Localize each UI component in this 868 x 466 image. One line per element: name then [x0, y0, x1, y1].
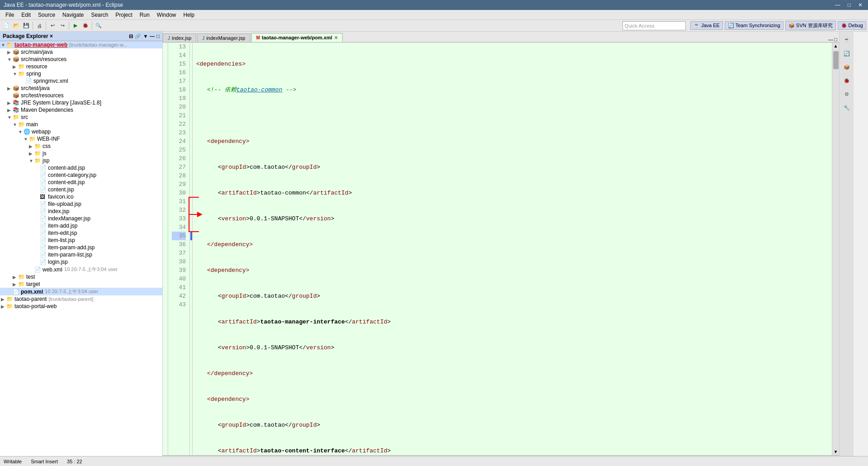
status-bar: Writable Smart Insert 35 : 22 [0, 456, 868, 466]
perspective-team-sync[interactable]: 🔄 Team Synchronizing [725, 21, 783, 30]
toolbar-new[interactable]: 📄 [2, 21, 11, 30]
tree-item-item-param-add[interactable]: ▶📄item-param-add.jsp [0, 244, 162, 251]
status-position: 35 : 22 [67, 459, 82, 464]
code-line-18: <artifactId>taotao-common</artifactId> [196, 189, 828, 197]
tree-item-indexmanager-jsp[interactable]: ▶📄indexManager.jsp [0, 215, 162, 222]
editor-maximize-icon[interactable]: □ [834, 37, 837, 42]
tree-item-content-category[interactable]: ▶📄content-category.jsp [0, 171, 162, 179]
menu-help[interactable]: Help [180, 11, 198, 19]
menu-source[interactable]: Source [34, 11, 59, 19]
perspective-svn[interactable]: 📦 SVN 资源库研究 [785, 21, 836, 30]
tree-item-src-test-resources[interactable]: ▶ 📦 src/test/resources [0, 92, 162, 99]
tree-item-taotao-parent[interactable]: ▶ 📁 taotao-parent [trunk/taotao-parent] [0, 295, 162, 303]
code-line-21: <dependency> [196, 266, 828, 275]
tree-item-favicon[interactable]: ▶🖼favicon.ico [0, 193, 162, 200]
scroll-down-btn[interactable]: ▼ [833, 448, 839, 455]
persp-icon-3[interactable]: 📦 [840, 61, 853, 73]
tree-item-taotao-portal-web[interactable]: ▶ 📁 taotao-portal-web [0, 303, 162, 310]
tab-pom-xml[interactable]: M taotao-manager-web/pom.xml ✕ [251, 33, 343, 42]
collapse-all-icon[interactable]: ⊟ [129, 33, 133, 39]
package-explorer-title: Package Explorer × [3, 33, 53, 39]
maximize-view-icon[interactable]: □ [156, 33, 160, 39]
minimize-button[interactable]: — [833, 2, 842, 8]
tree-item-item-add[interactable]: ▶📄item-add.jsp [0, 222, 162, 229]
tree-item-maven-dep[interactable]: ▶ 📚 Maven Dependencies [0, 106, 162, 114]
status-writable: Writable [4, 459, 22, 464]
tree-item-index-jsp[interactable]: ▶📄index.jsp [0, 208, 162, 215]
toolbar-search[interactable]: 🔍 [94, 21, 103, 30]
scroll-up-btn[interactable]: ▲ [833, 43, 839, 49]
toolbar-redo[interactable]: ↪ [58, 21, 67, 30]
toolbar: 📄 📂 💾 🖨 ↩ ↪ ▶ 🐞 🔍 Quick Access ☕ Java EE… [0, 20, 868, 32]
menu-window[interactable]: Window [153, 11, 180, 19]
quick-access-box[interactable]: Quick Access [623, 21, 686, 30]
tree-item-jsp[interactable]: ▼ 📁 jsp [0, 157, 162, 164]
toolbar-debug[interactable]: 🐞 [81, 21, 90, 30]
tree-item-src-test-java[interactable]: ▶ 📦 src/test/java [0, 85, 162, 92]
tree-item-src-main-resources[interactable]: ▼ 📦 src/main/resources [0, 56, 162, 63]
tree-item-login[interactable]: ▶📄login.jsp [0, 258, 162, 266]
editor-minimize-icon[interactable]: — [828, 37, 833, 42]
tree-item-pom-xml[interactable]: ▶ 📄 pom.xml 10 20-7-5 上午3:04 user [0, 288, 162, 295]
code-line-16: <dependency> [196, 137, 828, 146]
minimize-view-icon[interactable]: — [150, 33, 155, 39]
toolbar-undo[interactable]: ↩ [48, 21, 57, 30]
tree-item-spring[interactable]: ▼ 📁 spring [0, 70, 162, 77]
menu-file[interactable]: File [2, 11, 18, 19]
tree-item-content-add[interactable]: ▶📄content-add.jsp [0, 164, 162, 171]
left-panel: Package Explorer × ⊟ 🔗 ▼ — □ ▼ 📁 taotao-… [0, 32, 163, 466]
tree-item-file-upload[interactable]: ▶📄file-upload.jsp [0, 200, 162, 208]
tab-index-jsp[interactable]: J index.jsp [163, 33, 196, 42]
tree-item-resource[interactable]: ▶ 📁 resource [0, 63, 162, 70]
tree-item-test[interactable]: ▶📁test [0, 273, 162, 281]
code-line-20: </dependency> [196, 240, 828, 249]
perspective-java-ee[interactable]: ☕ Java EE [690, 21, 723, 30]
editor-scrollbar[interactable]: ▲ ▼ [832, 43, 839, 455]
link-editor-icon[interactable]: 🔗 [135, 33, 141, 39]
tree-item-webinf[interactable]: ▼ 📁 WEB-INF [0, 135, 162, 143]
tree-item-css[interactable]: ▶ 📁 css [0, 143, 162, 150]
menu-project[interactable]: Project [112, 11, 136, 19]
toolbar-print[interactable]: 🖨 [35, 21, 44, 30]
tree-item-target[interactable]: ▶📁target [0, 281, 162, 288]
code-line-24: <version>0.0.1-SNAPSHOT</version> [196, 343, 828, 352]
blue-marker-bar [190, 43, 193, 455]
tree-item-content-edit[interactable]: ▶📄content-edit.jsp [0, 179, 162, 186]
tab-icon-indexmanager: J [202, 36, 204, 41]
tab-indexmanager-jsp[interactable]: J indexManager.jsp [197, 33, 250, 42]
perspective-debug[interactable]: 🐞 Debug [838, 21, 866, 30]
tree-item-web-xml[interactable]: ▶📄web.xml10 20-7-5 上午3:04 user [0, 266, 162, 273]
tree-item-jre-system[interactable]: ▶ 📚 JRE System Library [JavaSE-1.8] [0, 99, 162, 106]
tab-close-pom[interactable]: ✕ [334, 35, 338, 40]
menu-run[interactable]: Run [136, 11, 153, 19]
quick-access-label: Quick Access [625, 23, 655, 29]
tree-item-webapp[interactable]: ▼ 🌐 webapp [0, 128, 162, 135]
menu-navigate[interactable]: Navigate [59, 11, 87, 19]
code-content[interactable]: <dependencies> <!-- 依赖taotao-common --> … [193, 43, 832, 455]
tree-item-js[interactable]: ▶ 📁 js [0, 150, 162, 157]
close-button[interactable]: ✕ [856, 2, 864, 8]
tree-item-src-main-java[interactable]: ▶ 📦 src/main/java [0, 48, 162, 56]
tree-item-item-list[interactable]: ▶📄item-list.jsp [0, 237, 162, 244]
persp-icon-4[interactable]: 🐞 [840, 74, 853, 87]
toolbar-open[interactable]: 📂 [12, 21, 21, 30]
tree-item-item-edit[interactable]: ▶📄item-edit.jsp [0, 229, 162, 237]
title-bar: Java EE - taotao-manager-web/pom.xml - E… [0, 0, 868, 10]
menu-search[interactable]: Search [87, 11, 112, 19]
tree-item-content-jsp[interactable]: ▶📄content.jsp [0, 186, 162, 193]
persp-icon-6[interactable]: 🔧 [840, 101, 853, 114]
tree-item-springmvc-xml[interactable]: ▶ 📄 springmvc.xml [0, 77, 162, 85]
tree-item-src[interactable]: ▼ 📁 src [0, 114, 162, 121]
persp-icon-2[interactable]: 🔄 [840, 47, 853, 60]
scroll-thumb[interactable] [833, 51, 839, 69]
menu-edit[interactable]: Edit [18, 11, 34, 19]
toolbar-run[interactable]: ▶ [71, 21, 80, 30]
tree-item-item-param-list[interactable]: ▶📄item-param-list.jsp [0, 251, 162, 258]
toolbar-save[interactable]: 💾 [22, 21, 31, 30]
persp-icon-5[interactable]: ⚙ [840, 88, 853, 100]
view-menu-icon[interactable]: ▼ [143, 33, 148, 39]
tree-item-taotao-manager-web[interactable]: ▼ 📁 taotao-manager-web [trunk/taotao-man… [0, 41, 162, 48]
maximize-button[interactable]: □ [846, 2, 853, 8]
tree-item-main[interactable]: ▼ 📁 main [0, 121, 162, 128]
persp-icon-1[interactable]: ☕ [840, 33, 853, 46]
